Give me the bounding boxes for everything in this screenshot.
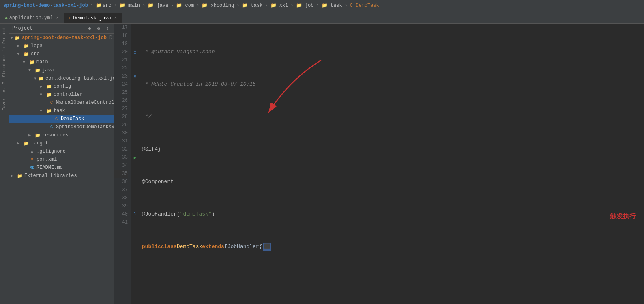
java-demotask-icon: C — [53, 116, 60, 122]
expand-icon[interactable]: ↕ — [104, 25, 111, 32]
g41 — [131, 218, 139, 226]
tree-main[interactable]: ▼ 📁 main — [9, 58, 114, 66]
fold-20[interactable]: ⊟ — [134, 50, 137, 55]
toggle-target: ▶ — [17, 141, 22, 146]
main-layout: 1: Project Z- Structure Favorites Projec… — [0, 24, 644, 304]
tree-ext-libs[interactable]: ▶ 📁 External Libraries — [9, 172, 114, 180]
tree-manual[interactable]: C ManualOperateController — [9, 99, 114, 107]
ln-27: 27 — [114, 105, 128, 113]
toggle-pkg: ▼ — [34, 76, 36, 81]
tab-yml-close[interactable]: × — [56, 16, 59, 20]
bc-com: 📁 com — [176, 2, 194, 9]
end-40: } — [134, 212, 137, 217]
tree-task-folder[interactable]: ▼ 📁 task — [9, 107, 114, 115]
folder-ext-icon: 📁 — [17, 172, 23, 179]
toggle-config: ▶ — [40, 84, 45, 89]
g25 — [131, 88, 139, 97]
ln-21: 21 — [114, 56, 128, 64]
g20: ⊟ — [131, 48, 139, 56]
tree-resources[interactable]: ▶ 📁 resources — [9, 131, 114, 139]
tree-java[interactable]: ▼ 📁 java — [9, 66, 114, 74]
folder-main-icon: 📁 — [29, 59, 35, 65]
tree-springboot[interactable]: C SpringBootDemoTaskXxlJob... — [9, 123, 114, 131]
bc-job: 📁 job — [296, 2, 314, 9]
tree-manual-label: ManualOperateController — [56, 100, 114, 106]
fold-23[interactable]: ⊟ — [134, 74, 137, 79]
tree-gitignore[interactable]: ◇ .gitignore — [9, 147, 114, 155]
tree-root-label: spring-boot-demo-task-xxl-job — [22, 35, 107, 41]
ln-28: 28 — [114, 113, 128, 121]
java-manual-icon: C — [48, 99, 55, 106]
tree-pkg[interactable]: ▼ 📁 com.xkcoding.task.xxl.job — [9, 74, 114, 82]
top-bar: spring-boot-demo-task-xxl-job › 📁 src › … — [0, 0, 644, 11]
ln-20: 20 — [114, 48, 128, 56]
tree-java-label: java — [42, 67, 54, 73]
toggle-root: ▼ — [11, 36, 13, 40]
tree-pom[interactable]: m pom.xml — [9, 155, 114, 164]
tree-demotask[interactable]: C DemoTask — [9, 115, 114, 123]
folder-src-icon: 📁 — [23, 51, 30, 57]
sync-icon[interactable]: ⊕ — [86, 25, 93, 32]
code-area[interactable]: 触发执行 17 18 19 20 21 22 23 24 25 26 27 28… — [114, 24, 644, 304]
bc-demotask: C DemoTask — [350, 3, 379, 9]
tree-pkg-label: com.xkcoding.task.xxl.job — [45, 75, 114, 81]
folder-java-icon: 📁 — [34, 67, 41, 73]
g36 — [131, 178, 139, 186]
g39 — [131, 202, 139, 210]
g24 — [131, 80, 139, 88]
g31 — [131, 137, 139, 145]
bc-java: 📁 java — [148, 2, 168, 9]
tree-src[interactable]: ▼ 📁 src — [9, 50, 114, 58]
structure-panel-label[interactable]: Z- Structure — [1, 54, 7, 86]
toggle-ext: ▶ — [11, 173, 15, 178]
ln-35: 35 — [114, 170, 128, 178]
folder-config-icon: 📁 — [46, 83, 52, 90]
ln-30: 30 — [114, 129, 128, 137]
tree-logs[interactable]: ▶ 📁 logs — [9, 42, 114, 50]
ln-40: 40 — [114, 210, 128, 218]
java-springboot-icon: C — [48, 124, 55, 130]
code-line-19: */ — [142, 113, 641, 121]
line-numbers: 17 18 19 20 21 22 23 24 25 26 27 28 29 3… — [114, 24, 131, 304]
g27 — [131, 105, 139, 113]
g38 — [131, 194, 139, 202]
tree-root-path: D:\IdeaProje — [109, 35, 114, 41]
tab-java[interactable]: C DemoTask.java × — [64, 13, 122, 23]
favorites-panel-label[interactable]: Favorites — [1, 87, 7, 112]
tree-target[interactable]: ▶ 📁 target — [9, 139, 114, 147]
project-panel-label[interactable]: 1: Project — [1, 25, 7, 53]
tree-config-label: config — [54, 84, 71, 89]
g22 — [131, 64, 139, 72]
sidebar-header: Project ⊕ ⚙ ↕ — [9, 24, 114, 34]
tree-config[interactable]: ▶ 📁 config — [9, 82, 114, 91]
bc-main: 📁 main — [119, 2, 140, 9]
tab-java-label: DemoTask.java — [73, 15, 111, 21]
code-line-20: @Slf4j — [142, 145, 641, 153]
g30 — [131, 129, 139, 137]
ln-41: 41 — [114, 218, 128, 226]
g29 — [131, 121, 139, 129]
tree-readme[interactable]: MD README.md — [9, 164, 114, 172]
settings-icon[interactable]: ⚙ — [95, 25, 102, 32]
code-line-23: public class DemoTask extends IJobHandle… — [142, 243, 641, 251]
g28 — [131, 113, 139, 121]
tree-controller[interactable]: ▼ 📁 controller — [9, 91, 114, 99]
tab-yml-label: application.yml — [9, 15, 53, 21]
run-33[interactable]: ▶ — [134, 155, 137, 160]
code-lines-container[interactable]: * @author yangkai.shen * @date Created i… — [139, 24, 644, 304]
g35 — [131, 170, 139, 178]
tree-main-label: main — [36, 59, 48, 65]
sidebar-tree: ▼ 📁 spring-boot-demo-task-xxl-job D:\Ide… — [9, 34, 114, 304]
toggle-controller: ▼ — [40, 93, 45, 97]
tab-yml[interactable]: ◆ application.yml × — [0, 13, 64, 23]
toggle-src: ▼ — [17, 52, 22, 56]
ln-18: 18 — [114, 32, 128, 40]
tree-root[interactable]: ▼ 📁 spring-boot-demo-task-xxl-job D:\Ide… — [9, 34, 114, 42]
ln-22: 22 — [114, 64, 128, 72]
bc-task2: 📁 task — [322, 2, 342, 9]
pom-icon: m — [29, 156, 35, 163]
tab-java-close[interactable]: × — [114, 16, 117, 20]
tree-task-folder-label: task — [54, 108, 65, 114]
ln-37: 37 — [114, 186, 128, 194]
folder-task-icon: 📁 — [46, 108, 52, 114]
